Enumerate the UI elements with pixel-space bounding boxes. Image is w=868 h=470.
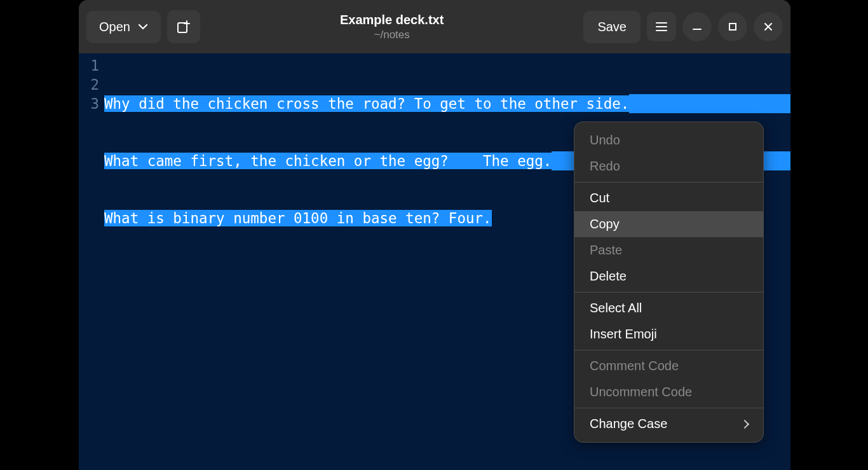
header-right: Save — [583, 11, 783, 43]
menu-separator — [574, 350, 763, 350]
menu-separator — [574, 292, 763, 293]
close-button[interactable] — [754, 12, 783, 41]
menu-item-select-all[interactable]: Select All — [574, 295, 763, 321]
line-number: 2 — [79, 75, 99, 94]
text-line[interactable]: Why did the chicken cross the road? To g… — [104, 94, 790, 113]
hamburger-menu-button[interactable] — [647, 12, 676, 41]
menu-item-insert-emoji[interactable]: Insert Emoji — [574, 321, 763, 347]
chevron-right-icon — [740, 419, 749, 428]
menu-separator — [574, 182, 763, 183]
open-button-label: Open — [99, 20, 130, 34]
maximize-icon — [726, 20, 739, 33]
menu-item-delete[interactable]: Delete — [574, 263, 763, 289]
window-subtitle: ~/notes — [207, 29, 577, 41]
window-title: Example deck.txt — [207, 13, 577, 27]
save-button[interactable]: Save — [583, 11, 641, 43]
menu-separator — [574, 408, 763, 408]
chevron-down-icon — [138, 22, 148, 32]
selection-extend — [629, 94, 790, 113]
menu-item-comment-code[interactable]: Comment Code — [574, 353, 763, 379]
headerbar: Open Example deck.txt ~/notes Save — [79, 0, 790, 53]
line-number-gutter: 1 2 3 — [79, 53, 103, 113]
menu-item-label: Change Case — [590, 417, 667, 431]
minimize-button[interactable] — [682, 12, 712, 41]
minimize-icon — [691, 20, 703, 33]
maximize-button[interactable] — [718, 12, 747, 41]
line-number: 3 — [79, 94, 99, 113]
menu-item-change-case[interactable]: Change Case — [574, 411, 763, 437]
selected-text[interactable]: What is binary number 0100 in base ten? … — [104, 210, 492, 226]
svg-rect-0 — [178, 23, 187, 32]
svg-rect-1 — [729, 24, 736, 30]
header-title-area: Example deck.txt ~/notes — [207, 13, 577, 41]
new-tab-button[interactable] — [167, 10, 200, 43]
close-icon — [762, 20, 775, 33]
line-number: 1 — [79, 56, 99, 75]
context-menu: Undo Redo Cut Copy Paste Delete Select A… — [574, 121, 764, 443]
open-button[interactable]: Open — [86, 11, 161, 43]
menu-item-undo[interactable]: Undo — [574, 127, 763, 153]
header-left: Open — [86, 10, 200, 43]
menu-item-paste[interactable]: Paste — [574, 237, 763, 263]
hamburger-icon — [655, 20, 668, 33]
menu-item-uncomment-code[interactable]: Uncomment Code — [574, 379, 763, 405]
new-tab-icon — [176, 19, 191, 34]
menu-item-cut[interactable]: Cut — [574, 185, 763, 211]
menu-item-redo[interactable]: Redo — [574, 153, 763, 179]
selected-text[interactable]: What came first, the chicken or the egg?… — [104, 153, 552, 169]
selected-text[interactable]: Why did the chicken cross the road? To g… — [104, 95, 629, 112]
menu-item-copy[interactable]: Copy — [574, 211, 763, 237]
